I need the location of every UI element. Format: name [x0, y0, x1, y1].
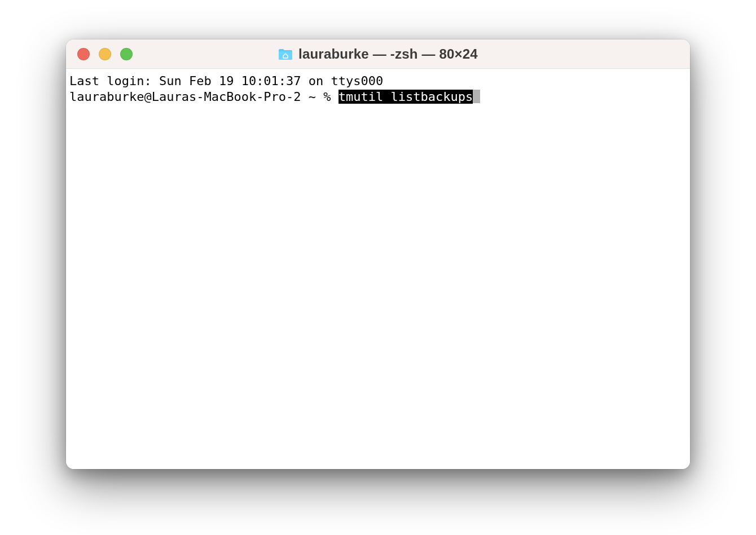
terminal-window: lauraburke — -zsh — 80×24 Last login: Su…	[66, 39, 690, 469]
home-folder-icon	[278, 48, 293, 60]
terminal-body[interactable]: Last login: Sun Feb 19 10:01:37 on ttys0…	[66, 69, 690, 469]
terminal-command: tmutil listbackups	[339, 90, 473, 104]
window-title: lauraburke — -zsh — 80×24	[298, 46, 478, 62]
zoom-button[interactable]	[120, 48, 133, 60]
terminal-prompt-line: lauraburke@Lauras-MacBook-Pro-2 ~ % tmut…	[69, 89, 687, 105]
minimize-button[interactable]	[99, 48, 111, 60]
terminal-cursor	[473, 90, 480, 103]
terminal-prompt: lauraburke@Lauras-MacBook-Pro-2 ~ %	[69, 90, 339, 104]
close-button[interactable]	[77, 48, 90, 60]
window-title-wrap: lauraburke — -zsh — 80×24	[278, 46, 478, 62]
terminal-output-line: Last login: Sun Feb 19 10:01:37 on ttys0…	[69, 73, 687, 89]
traffic-lights	[77, 48, 133, 60]
window-titlebar[interactable]: lauraburke — -zsh — 80×24	[66, 39, 690, 69]
